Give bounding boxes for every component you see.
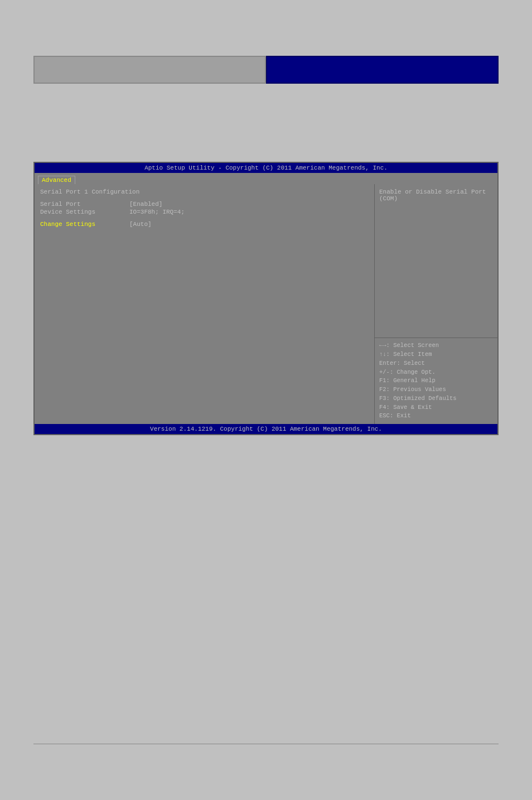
shortcut-7: F4: Save & Exit bbox=[379, 403, 493, 412]
device-settings-label: Device Settings bbox=[40, 209, 129, 215]
bottom-divider bbox=[33, 744, 499, 744]
bios-right-panel: Enable or Disable Serial Port (COM) ←→: … bbox=[375, 184, 497, 424]
top-header-area bbox=[33, 56, 499, 84]
change-settings-row[interactable]: Change Settings [Auto] bbox=[40, 221, 369, 228]
bios-title-text: Aptio Setup Utility - Copyright (C) 2011… bbox=[144, 165, 388, 171]
shortcut-1: ↑↓: Select Item bbox=[379, 350, 493, 359]
help-text: Enable or Disable Serial Port (COM) bbox=[375, 184, 497, 338]
bios-title-bar: Aptio Setup Utility - Copyright (C) 2011… bbox=[35, 163, 497, 173]
change-settings-label: Change Settings bbox=[40, 221, 129, 228]
bios-main-content: Serial Port 1 Configuration Serial Port … bbox=[35, 184, 497, 424]
device-settings-row[interactable]: Device Settings IO=3F8h; IRQ=4; bbox=[40, 209, 369, 215]
serial-port-row[interactable]: Serial Port [Enabled] bbox=[40, 201, 369, 208]
top-header-right bbox=[266, 56, 499, 84]
shortcuts-panel: ←→: Select Screen ↑↓: Select Item Enter:… bbox=[375, 338, 497, 424]
shortcut-8: ESC: Exit bbox=[379, 412, 493, 421]
serial-port-value: [Enabled] bbox=[129, 201, 162, 208]
serial-port-label: Serial Port bbox=[40, 201, 129, 208]
spacer bbox=[40, 216, 369, 221]
device-settings-value: IO=3F8h; IRQ=4; bbox=[129, 209, 185, 215]
top-header-left bbox=[33, 56, 266, 84]
change-settings-value: [Auto] bbox=[129, 221, 152, 228]
shortcut-2: Enter: Select bbox=[379, 359, 493, 368]
section-title: Serial Port 1 Configuration bbox=[40, 189, 369, 195]
bios-tab-row: Advanced bbox=[35, 173, 497, 184]
shortcut-0: ←→: Select Screen bbox=[379, 341, 493, 350]
shortcut-4: F1: General Help bbox=[379, 377, 493, 385]
shortcut-6: F3: Optimized Defaults bbox=[379, 394, 493, 403]
advanced-tab[interactable]: Advanced bbox=[38, 176, 75, 184]
bios-screen: Aptio Setup Utility - Copyright (C) 2011… bbox=[33, 162, 499, 435]
bios-left-panel: Serial Port 1 Configuration Serial Port … bbox=[35, 184, 375, 424]
shortcut-3: +/-: Change Opt. bbox=[379, 368, 493, 377]
shortcut-5: F2: Previous Values bbox=[379, 385, 493, 394]
bios-footer: Version 2.14.1219. Copyright (C) 2011 Am… bbox=[35, 424, 497, 434]
